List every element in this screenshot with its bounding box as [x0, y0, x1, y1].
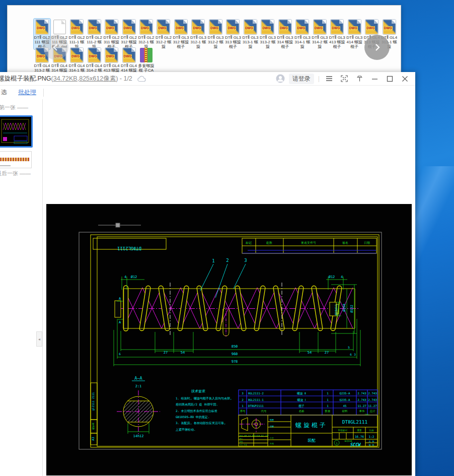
- dwg-badge: DWG: [106, 54, 115, 58]
- dwg-badge: DWG: [349, 26, 358, 30]
- dwg-file-icon: DWG: [105, 48, 118, 62]
- cad-label: 上紧不得松动.: [175, 428, 196, 432]
- avatar-icon[interactable]: [276, 74, 285, 83]
- viewer-toolbar: 选 批处理: [0, 86, 415, 100]
- cad-label: DTⅡGL2111: [117, 246, 141, 251]
- file-item[interactable]: DWGDTⅡ GL4413 螺旋棍子: [103, 47, 120, 73]
- cad-label: 850: [232, 345, 238, 349]
- file-item[interactable]: DWGDTⅡ GL4314-2 螺旋: [86, 47, 102, 73]
- file-item[interactable]: DWGDTⅡ GL3312-1 螺旋: [190, 19, 206, 49]
- file-item[interactable]: DWGDTⅡ GL2111-1 螺旋: [68, 19, 85, 49]
- previous-image-button[interactable]: [43, 35, 68, 60]
- dwg-badge: DWG: [192, 26, 201, 30]
- close-button[interactable]: [399, 74, 410, 84]
- minimize-icon: [371, 76, 378, 82]
- dwg-file-icon: DWG: [279, 20, 291, 34]
- batch-process-link[interactable]: 批处理: [18, 88, 36, 97]
- panel-collapse-handle[interactable]: ◂: [36, 331, 42, 347]
- file-explorer-window: DWGDTⅡ GL2111 螺旋棍子DTⅡ GL2111 螺旋棍子.dwlDWG…: [7, 5, 401, 73]
- cad-label: 54: [308, 351, 312, 355]
- cad-label: 日期: [364, 241, 370, 245]
- dwg-badge: DWG: [71, 54, 80, 58]
- cad-label: 2.743: [357, 398, 366, 401]
- file-item[interactable]: DWGDTⅡ GL2312-1 螺旋: [138, 19, 155, 49]
- cad-label: 阶段标记: [338, 429, 348, 432]
- thumbnail-page-2[interactable]: [0, 151, 32, 168]
- thumbnail-selected[interactable]: [0, 115, 33, 148]
- image-dimensions-link[interactable]: 825x612像素: [79, 75, 116, 83]
- file-item[interactable]: DWGDTⅡ GL2312 螺旋棍子: [120, 19, 137, 49]
- dwg-badge: DWG: [262, 26, 271, 30]
- cloud-icon[interactable]: [137, 76, 146, 82]
- file-item[interactable]: DWGDTⅡ GL4314-1 螺旋: [68, 47, 85, 73]
- cad-label: 技术要求: [191, 389, 205, 393]
- file-item[interactable]: DWGDTⅡ GL3313 螺旋棍子: [224, 19, 241, 49]
- dwg-badge: DWG: [140, 26, 149, 30]
- cad-label: 共 张: [369, 440, 375, 443]
- cad-label: 工艺: [270, 437, 274, 439]
- dwg-file-icon: DWG: [175, 20, 187, 34]
- cad-label: gl2111 2111: [92, 392, 95, 411]
- cad-label: S: [336, 442, 337, 445]
- dwg-file-icon: DWG: [314, 20, 326, 34]
- dwg-badge: DWG: [36, 54, 45, 58]
- cad-label: 2: [242, 398, 244, 401]
- dwg-file-icon: DWG: [331, 20, 343, 34]
- cad-label: 螺旋棍子: [295, 422, 328, 429]
- cad-label: 45: [343, 404, 347, 407]
- toolbar-divider: [43, 89, 44, 97]
- file-item[interactable]: DWGDTⅡ GL3314-1 螺旋: [294, 19, 311, 49]
- file-item[interactable]: DWGDTⅡ GL3314-2 螺旋: [312, 19, 328, 49]
- cad-drawing-image[interactable]: DTⅡGL2111标记处数更改文件号签名日期1234Ø12Ø124Ø28d11Ø…: [46, 204, 412, 475]
- login-button[interactable]: 请登录: [289, 74, 314, 84]
- file-item[interactable]: DWGDTⅡ GL2111-2 螺旋: [86, 19, 102, 49]
- maximize-button[interactable]: [384, 74, 395, 84]
- viewer-title-bar: 螺旋棍子装配.PNG ( 34.72KB , 825x612像素 ) - 1/2…: [0, 72, 415, 86]
- fullscreen-button[interactable]: [339, 74, 350, 84]
- cad-label: SCCW: [350, 442, 361, 447]
- left-shaft-end: [115, 301, 121, 317]
- file-item[interactable]: DWGDTⅡ GL3313-1 螺旋: [242, 19, 259, 49]
- minimize-button[interactable]: [369, 74, 380, 84]
- cad-label: 序号: [240, 410, 246, 413]
- dwg-badge: DWG: [296, 26, 306, 30]
- file-item[interactable]: DWGDTⅡ GL2311 螺旋棍子: [103, 19, 120, 49]
- cad-label: Q235-A: [340, 398, 350, 401]
- thumbnail-cad-preview: [0, 117, 31, 146]
- cad-label: 2.743: [357, 392, 366, 395]
- cad-label: 4: [341, 275, 343, 279]
- file-item[interactable]: DWGDTⅡ GL3314 螺旋棍子: [277, 19, 293, 49]
- cad-label: 3: [354, 353, 356, 356]
- file-item[interactable]: DWGDTⅡ GL3413 螺旋棍子: [329, 19, 345, 49]
- thumbnail2-text-line: [0, 165, 11, 166]
- cad-label: 2.743: [368, 398, 377, 401]
- file-item[interactable]: DWGDTⅡ GL4414 螺旋棍子: [120, 47, 137, 73]
- file-item[interactable]: 多套螺旋棍 子CAD详图: [138, 47, 155, 73]
- dwg-file-icon: DWG: [105, 20, 118, 34]
- dwg-badge: DWG: [210, 26, 219, 30]
- cad-label: Q235-A: [340, 392, 350, 395]
- cad-label: 审核: [240, 441, 243, 443]
- pin-button[interactable]: [354, 74, 365, 84]
- cad-label: 相邻两点间距/2 处 补焊牢固.: [176, 402, 218, 406]
- file-size-link[interactable]: 34.72KB: [53, 75, 78, 82]
- file-item[interactable]: DWGDTⅡ GL2312-2 螺旋: [155, 19, 172, 49]
- dwg-badge: DWG: [331, 26, 340, 30]
- file-item[interactable]: DWGDTⅡ GL3312-2 螺旋: [207, 19, 224, 49]
- dwg-badge: DWG: [123, 26, 132, 30]
- spiral-rod: [124, 286, 128, 331]
- next-image-button[interactable]: [364, 35, 390, 60]
- cad-label: 1: [327, 398, 329, 401]
- cad-label: 批准: [270, 442, 274, 445]
- file-item[interactable]: DWGDTⅡ GL3414 螺旋棍子: [346, 19, 363, 49]
- first-image-label: 第一张 ——: [0, 104, 42, 111]
- file-item[interactable]: DWGDTⅡ GL3313-2 螺旋: [259, 19, 276, 49]
- toolbar-select-label[interactable]: 选: [1, 88, 7, 97]
- cad-label: A—A: [134, 376, 142, 381]
- cad-label: (kg): [364, 413, 369, 416]
- cad-label: 设计: [240, 438, 243, 440]
- dwg-file-icon: DWG: [226, 20, 239, 34]
- menu-button[interactable]: [324, 74, 335, 84]
- file-item[interactable]: DWGDTⅡ GL3312 螺旋棍子: [173, 19, 189, 49]
- cad-drawing-svg: DTⅡGL2111标记处数更改文件号签名日期1234Ø12Ø124Ø28d11Ø…: [46, 204, 412, 475]
